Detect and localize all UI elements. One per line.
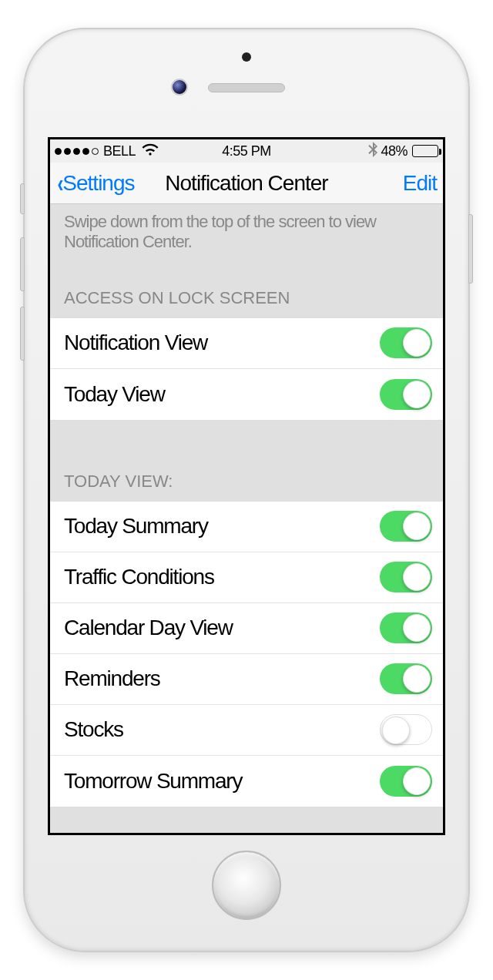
wifi-icon [142,143,159,159]
row-label: Traffic Conditions [64,565,380,589]
row-label: Today Summary [64,514,380,539]
row-label: Notification View [64,331,380,355]
back-button[interactable]: ‹ Settings [56,168,135,198]
carrier-label: BELL [103,143,136,159]
bluetooth-icon [368,142,377,161]
toggle-reminders[interactable] [380,663,432,694]
signal-dots-icon [55,148,99,155]
row-label: Calendar Day View [64,616,380,640]
row-label: Today View [64,382,380,407]
help-text: Swipe down from the top of the screen to… [50,204,443,270]
row-traffic-conditions: Traffic Conditions [50,552,443,603]
clock-label: 4:55 PM [222,143,271,159]
screen: BELL 4:55 PM 48% ‹ Settings Notification… [48,137,445,835]
row-tomorrow-summary: Tomorrow Summary [50,756,443,807]
mute-switch [20,183,25,214]
row-reminders: Reminders [50,654,443,705]
section-header-today: TODAY VIEW: [50,453,443,501]
edit-button[interactable]: Edit [403,171,437,196]
row-today-summary: Today Summary [50,502,443,552]
chevron-left-icon: ‹ [58,168,63,198]
toggle-calendar-day-view[interactable] [380,612,432,643]
row-stocks: Stocks [50,705,443,756]
row-label: Reminders [64,666,380,691]
toggle-today-view[interactable] [380,379,432,410]
earpiece-speaker [208,83,285,92]
toggle-today-summary[interactable] [380,511,432,542]
list-lock-screen: Notification View Today View [50,317,443,421]
toggle-stocks[interactable] [380,714,432,745]
toggle-notification-view[interactable] [380,327,432,358]
row-calendar-day-view: Calendar Day View [50,603,443,654]
toggle-tomorrow-summary[interactable] [380,766,432,797]
row-label: Stocks [64,717,380,742]
phone-frame: BELL 4:55 PM 48% ‹ Settings Notification… [23,28,470,952]
row-notification-view: Notification View [50,318,443,369]
row-label: Tomorrow Summary [64,769,380,794]
section-header-lock: ACCESS ON LOCK SCREEN [50,270,443,317]
toggle-traffic-conditions[interactable] [380,562,432,592]
page-title: Notification Center [165,171,327,196]
section-gap [50,421,443,453]
row-today-view: Today View [50,369,443,420]
battery-icon [412,145,438,157]
nav-bar: ‹ Settings Notification Center Edit [50,163,443,204]
volume-down-button [20,307,25,361]
status-bar: BELL 4:55 PM 48% [50,139,443,163]
proximity-sensor [242,52,251,62]
back-label: Settings [62,171,134,196]
battery-pct-label: 48% [381,143,407,159]
volume-up-button [20,237,25,291]
list-today-view: Today Summary Traffic Conditions Calenda… [50,501,443,807]
front-camera [171,79,188,96]
home-button[interactable] [212,851,281,920]
power-button [468,214,473,284]
